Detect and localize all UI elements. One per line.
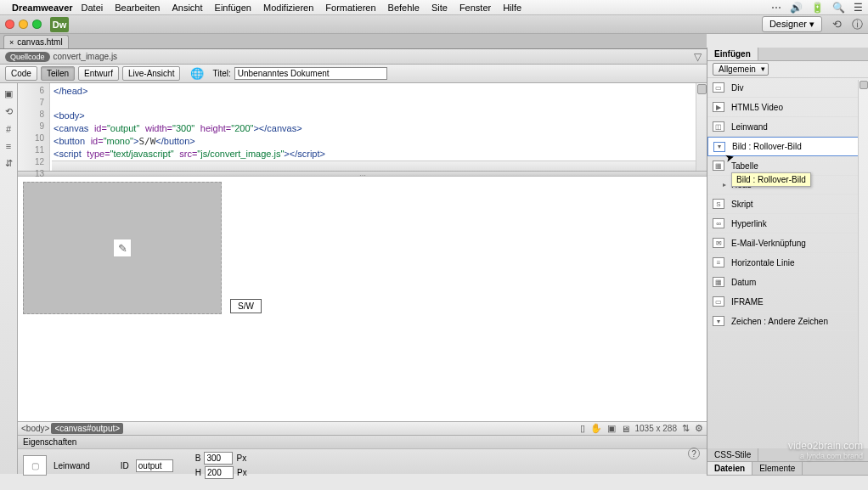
menu-formatieren[interactable]: Formatieren — [325, 3, 375, 13]
settings-icon[interactable]: ⚙ — [695, 423, 703, 434]
window-controls — [5, 20, 42, 29]
tool-icon[interactable]: ≡ — [6, 141, 11, 151]
tool-icon[interactable]: ⇵ — [5, 158, 13, 169]
menu-site[interactable]: Site — [431, 3, 448, 13]
live-view-button[interactable]: Live-Ansicht — [122, 66, 180, 81]
tool-icon[interactable]: ⟲ — [5, 106, 13, 117]
chevron-icon[interactable]: ⇅ — [682, 423, 690, 434]
tool-icon[interactable]: # — [6, 124, 11, 134]
canvas-icon: ✎ — [113, 239, 132, 257]
insert-item-chars[interactable]: ▾Zeichen : Andere Zeichen — [707, 312, 868, 331]
document-toolbar: Code Teilen Entwurf Live-Ansicht 🌐 Titel… — [0, 65, 707, 83]
line-number-gutter: 678910111213 — [18, 83, 50, 171]
close-tab-icon[interactable]: × — [9, 38, 14, 47]
menu-hilfe[interactable]: Hilfe — [503, 3, 521, 13]
code-content[interactable]: </head> <body> <canvas id="output" width… — [50, 83, 707, 171]
insert-item-div[interactable]: ▭Div — [707, 78, 868, 98]
properties-header[interactable]: Eigenschaften — [18, 436, 707, 449]
document-tab-label: canvas.html — [17, 37, 62, 47]
sw-button[interactable]: S/W — [230, 299, 262, 313]
menu-bearbeiten[interactable]: Bearbeiten — [115, 3, 160, 13]
id-input[interactable] — [136, 459, 173, 472]
image-icon: ▾ — [713, 142, 725, 152]
category-dropdown[interactable]: Allgemein — [713, 63, 769, 76]
hand-tool-icon[interactable]: ✋ — [590, 423, 602, 434]
minimize-window-button[interactable] — [19, 20, 28, 29]
info-icon[interactable]: ⓘ — [852, 17, 863, 32]
design-view-button[interactable]: Entwurf — [78, 66, 119, 81]
battery-icon[interactable]: 🔋 — [811, 2, 824, 14]
window-size[interactable]: 1035 x 288 — [635, 424, 678, 433]
menu-einfuegen[interactable]: Einfügen — [215, 3, 251, 13]
css-styles-tab[interactable]: CSS-Stile — [707, 448, 758, 461]
vertical-scrollbar[interactable] — [696, 83, 707, 171]
filter-icon[interactable]: ▽ — [694, 51, 702, 63]
workspace-switcher[interactable]: Designer ▾ — [762, 16, 822, 32]
device-icon[interactable]: 🖥 — [621, 424, 630, 434]
video-icon: ▶ — [713, 102, 724, 112]
insert-item-email[interactable]: ✉E-Mail-Verknüpfung — [707, 234, 868, 253]
code-view-button[interactable]: Code — [5, 66, 37, 81]
chars-icon: ▾ — [713, 316, 724, 326]
expand-icon: ▸ — [723, 181, 726, 189]
menu-modifizieren[interactable]: Modifizieren — [263, 3, 313, 13]
volume-icon[interactable]: 🔊 — [790, 2, 803, 14]
watermark: video2brain.com a lynda.com brand — [788, 441, 863, 461]
help-icon[interactable]: ? — [688, 448, 700, 459]
horizontal-scrollbar[interactable] — [52, 161, 696, 171]
dreamweaver-logo: Dw — [50, 17, 69, 32]
tool-icon[interactable]: ▣ — [4, 88, 13, 99]
insert-panel: Einfügen Allgemein ▭Div ▶HTML5 Video ◫Le… — [707, 48, 868, 476]
code-editor[interactable]: 678910111213 </head> <body> <canvas id="… — [18, 83, 707, 172]
px-label: Px — [237, 468, 247, 477]
email-icon: ✉ — [713, 238, 724, 248]
design-preview[interactable]: ✎ S/W — [18, 177, 707, 421]
menu-befehle[interactable]: Befehle — [388, 3, 420, 13]
tag-breadcrumb-selected[interactable]: <canvas#output> — [51, 423, 123, 434]
code-toolbar: ▣ ⟲ # ≡ ⇵ — [0, 83, 18, 474]
insert-item-hr[interactable]: ≡Horizontale Linie — [707, 253, 868, 273]
tag-breadcrumb[interactable]: <body> — [21, 424, 49, 433]
script-icon: S — [713, 199, 724, 209]
document-title-input[interactable] — [234, 67, 387, 80]
related-file-link[interactable]: convert_image.js — [54, 52, 118, 61]
preview-browser-icon[interactable]: 🌐 — [190, 67, 204, 80]
insert-list: ▭Div ▶HTML5 Video ◫Leinwand ▾Bild : Roll… — [707, 78, 868, 331]
px-label: Px — [236, 453, 246, 463]
insert-item-video[interactable]: ▶HTML5 Video — [707, 98, 868, 117]
menu-extras-icon[interactable]: ☰ — [854, 2, 863, 14]
menu-fenster[interactable]: Fenster — [459, 3, 491, 13]
insert-item-date[interactable]: ▦Datum — [707, 273, 868, 292]
canvas-placeholder[interactable]: ✎ — [23, 182, 222, 314]
width-input[interactable] — [204, 452, 233, 465]
insert-item-iframe[interactable]: ▭IFRAME — [707, 292, 868, 312]
insert-item-script[interactable]: SSkript — [707, 194, 868, 214]
search-icon[interactable]: 🔍 — [832, 2, 845, 14]
source-code-button[interactable]: Quellcode — [5, 52, 50, 62]
insert-item-hyperlink[interactable]: ∞Hyperlink — [707, 214, 868, 234]
width-label: B — [195, 453, 201, 463]
document-tab[interactable]: × canvas.html — [3, 35, 69, 48]
zoom-tool-icon[interactable]: ▣ — [607, 423, 616, 434]
height-input[interactable] — [205, 466, 234, 479]
tooltip: Bild : Rollover-Bild — [731, 172, 811, 187]
elements-tab[interactable]: Elemente — [752, 462, 803, 475]
menu-datei[interactable]: Datei — [82, 3, 104, 13]
split-view-button[interactable]: Teilen — [41, 66, 75, 81]
related-files-bar: Quellcode convert_image.js ▽ — [0, 49, 707, 65]
close-window-button[interactable] — [5, 20, 14, 29]
insert-item-canvas[interactable]: ◫Leinwand — [707, 117, 868, 137]
table-icon: ▦ — [713, 161, 724, 171]
chevron-down-icon: ▾ — [809, 19, 814, 29]
app-name[interactable]: Dreamweaver — [12, 3, 73, 13]
menu-ansicht[interactable]: Ansicht — [172, 3, 202, 13]
insert-panel-tab[interactable]: Einfügen — [707, 48, 758, 60]
select-tool-icon[interactable]: ▯ — [580, 423, 585, 434]
date-icon: ▦ — [713, 277, 724, 287]
files-tab[interactable]: Dateien — [707, 462, 752, 475]
sync-icon[interactable]: ⟲ — [832, 18, 842, 31]
document-tab-bar: × canvas.html — [0, 34, 707, 49]
zoom-window-button[interactable] — [32, 20, 42, 29]
panel-scrollbar[interactable] — [858, 80, 868, 462]
bluetooth-icon[interactable]: ⋯ — [771, 2, 781, 14]
